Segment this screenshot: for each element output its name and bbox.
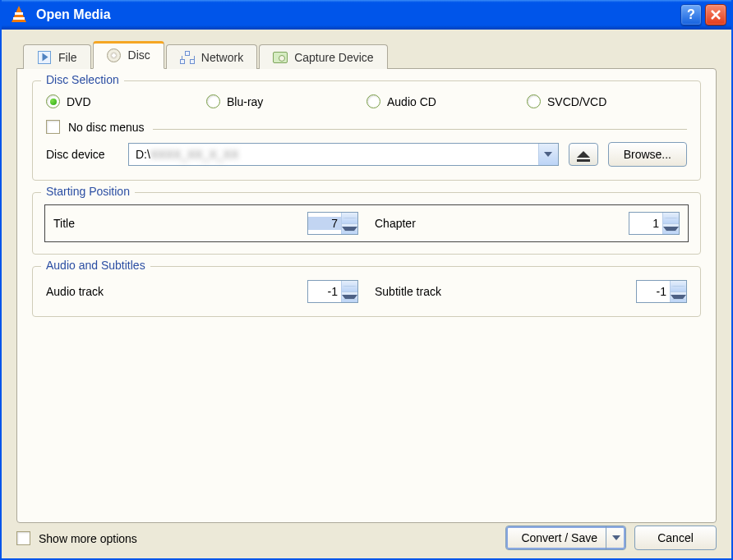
subtitle-track-spinner[interactable]: -1 — [636, 280, 687, 303]
file-icon — [37, 50, 52, 65]
tab-capture-device[interactable]: Capture Device — [259, 44, 388, 69]
starting-position-row: Title 7 Chapter 1 — [44, 204, 689, 242]
vlc-cone-icon — [10, 6, 28, 24]
capture-device-icon — [273, 50, 288, 65]
tab-network[interactable]: Network — [166, 44, 257, 69]
group-disc-selection: Disc Selection DVD Blu-ray Audio CD — [32, 80, 701, 181]
window-title: Open Media — [36, 7, 677, 22]
client-area: File Disc Network Capture Device Disc Se… — [2, 30, 731, 558]
disc-device-value: D:\ — [136, 148, 150, 161]
chapter-value: 1 — [629, 217, 662, 230]
disc-type-row: DVD Blu-ray Audio CD SVCD/VCD — [46, 94, 687, 108]
chevron-down-icon — [612, 535, 620, 540]
audio-track-label: Audio track — [46, 285, 104, 298]
button-label: Convert / Save — [521, 531, 597, 544]
radio-label: DVD — [67, 95, 91, 108]
divider — [153, 129, 687, 130]
chapter-label: Chapter — [375, 217, 416, 230]
chevron-down-icon[interactable] — [538, 144, 558, 165]
audio-subtitles-row: Audio track -1 Subtitle track -1 — [46, 280, 687, 303]
subtitle-track-value: -1 — [637, 285, 670, 298]
help-button[interactable]: ? — [680, 4, 702, 25]
radio-audio-cd[interactable]: Audio CD — [366, 94, 527, 108]
tab-label: File — [58, 51, 77, 64]
subtitle-track-label: Subtitle track — [375, 285, 441, 298]
radio-dvd[interactable]: DVD — [46, 94, 206, 108]
tab-file[interactable]: File — [23, 44, 91, 69]
eject-button[interactable] — [569, 143, 598, 166]
tab-label: Disc — [128, 48, 150, 62]
cancel-button[interactable]: Cancel — [634, 526, 717, 550]
spinner-down-icon[interactable] — [342, 224, 357, 235]
group-legend: Starting Position — [41, 185, 135, 198]
radio-icon — [46, 94, 60, 108]
button-label: Cancel — [657, 531, 694, 544]
convert-save-button[interactable]: Convert / Save — [505, 526, 626, 550]
audio-track-spinner[interactable]: -1 — [307, 280, 358, 303]
radio-bluray[interactable]: Blu-ray — [206, 94, 366, 108]
spinner-down-icon[interactable] — [671, 292, 686, 303]
radio-label: Audio CD — [387, 95, 436, 108]
close-icon — [710, 9, 721, 21]
title-value: 7 — [308, 217, 341, 230]
open-media-window: Open Media ? File Disc Network Capture D… — [0, 0, 733, 560]
radio-icon — [366, 94, 380, 108]
chapter-spinner[interactable]: 1 — [629, 212, 680, 235]
disc-device-combo[interactable]: D:\ XXXX_XX_X_XX — [128, 143, 559, 166]
radio-icon — [527, 94, 541, 108]
group-starting-position: Starting Position Title 7 Chap — [32, 192, 701, 255]
tab-label: Capture Device — [294, 51, 374, 64]
checkbox-icon — [46, 120, 60, 134]
button-label: Browse... — [624, 148, 671, 161]
tab-panel-disc: Disc Selection DVD Blu-ray Audio CD — [16, 68, 717, 523]
spinner-down-icon[interactable] — [342, 292, 357, 303]
footer-buttons: Convert / Save Cancel — [505, 526, 717, 550]
spinner-up-icon[interactable] — [671, 281, 686, 292]
checkbox-show-more-options[interactable]: Show more options — [16, 531, 137, 545]
group-audio-subtitles: Audio and Subtitles Audio track -1 — [32, 266, 701, 317]
close-button[interactable] — [705, 4, 726, 25]
group-legend: Audio and Subtitles — [41, 259, 150, 272]
browse-button[interactable]: Browse... — [608, 142, 687, 167]
title-label: Title — [53, 217, 75, 230]
tab-label: Network — [201, 51, 243, 64]
spinner-up-icon[interactable] — [663, 213, 679, 224]
disc-icon — [107, 48, 122, 62]
spinner-up-icon[interactable] — [342, 213, 357, 224]
group-legend: Disc Selection — [41, 73, 124, 86]
titlebar[interactable]: Open Media ? — [2, 0, 731, 30]
checkbox-icon — [16, 531, 30, 545]
disc-device-label: Disc device — [46, 148, 118, 161]
radio-label: Blu-ray — [227, 95, 263, 108]
audio-track-value: -1 — [308, 285, 341, 298]
radio-icon — [206, 94, 220, 108]
convert-save-dropdown[interactable] — [606, 526, 625, 550]
eject-icon — [577, 151, 590, 158]
checkbox-label: Show more options — [39, 532, 137, 545]
checkbox-no-disc-menus[interactable]: No disc menus — [46, 120, 145, 134]
tab-row: File Disc Network Capture Device — [16, 41, 717, 69]
disc-device-row: Disc device D:\ XXXX_XX_X_XX Browse... — [46, 142, 687, 167]
spinner-down-icon[interactable] — [663, 224, 679, 235]
tab-disc[interactable]: Disc — [93, 41, 164, 69]
spinner-up-icon[interactable] — [342, 281, 357, 292]
checkbox-label: No disc menus — [68, 121, 145, 134]
network-icon — [180, 50, 195, 65]
radio-label: SVCD/VCD — [547, 95, 606, 108]
obscured-text: XXXX_XX_X_XX — [150, 148, 238, 161]
title-spinner[interactable]: 7 — [307, 212, 358, 235]
radio-svcd-vcd[interactable]: SVCD/VCD — [527, 94, 687, 108]
